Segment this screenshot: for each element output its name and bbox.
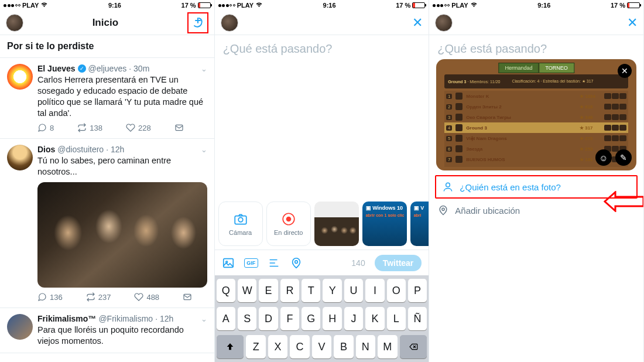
verified-icon: ✓: [78, 64, 86, 73]
share-button[interactable]: [183, 292, 192, 302]
camera-button[interactable]: Cámara: [218, 202, 263, 246]
tweet-author: Dios: [37, 145, 55, 154]
navbar: ✕: [429, 11, 643, 35]
section-header: Por si te lo perdiste: [0, 35, 214, 58]
retweet-button[interactable]: 138: [77, 123, 102, 132]
compose-button[interactable]: [189, 14, 207, 32]
compose-highlight: [187, 12, 208, 33]
avatar[interactable]: [6, 14, 23, 32]
key[interactable]: F: [280, 307, 299, 330]
key[interactable]: Q: [217, 279, 235, 302]
share-button[interactable]: [174, 123, 184, 132]
key[interactable]: Z: [246, 335, 265, 358]
media-thumb[interactable]: [314, 202, 359, 246]
avatar[interactable]: [435, 14, 453, 32]
tweet[interactable]: Dios @diostuitero · 12h ⌄ Tú no lo sabes…: [0, 139, 214, 308]
key-row: QWERTYUIOP: [217, 279, 427, 302]
key[interactable]: Y: [323, 279, 341, 302]
key[interactable]: M: [378, 335, 397, 358]
game-tab: Hermandad: [498, 63, 539, 73]
reply-button[interactable]: 136: [37, 292, 63, 302]
poll-icon[interactable]: [268, 257, 280, 269]
battery-icon: [412, 2, 425, 8]
like-button[interactable]: 488: [134, 292, 159, 302]
media-thumb[interactable]: ▣ Windows 10 abrir con 1 solo clic: [362, 202, 407, 246]
tweet-button[interactable]: Twittear: [375, 255, 422, 271]
location-icon[interactable]: [290, 257, 303, 269]
status-bar: PLAY 9:16 17 %: [0, 0, 214, 11]
key[interactable]: U: [344, 279, 363, 302]
status-bar: PLAY 9:16 17 %: [429, 0, 643, 11]
tweet[interactable]: Frikimalismo™ @Frikimalismo · 12h ⌄ Para…: [0, 308, 214, 353]
chevron-down-icon[interactable]: ⌄: [201, 145, 207, 154]
compose-input[interactable]: ¿Qué está pasando?: [215, 35, 429, 198]
wifi-icon: [40, 1, 48, 9]
attached-image[interactable]: ✕ Hermandad TORNEO Ground 3 · Miembros: …: [436, 59, 636, 170]
sticker-button[interactable]: ☺: [595, 149, 612, 166]
compose-toolbar: GIF 140 Twittear: [215, 250, 429, 275]
tweet[interactable]: El Jueves ✓ @eljueves · 30m ⌄ Carlos Her…: [0, 58, 214, 139]
game-info: Ground 3 · Miembros: 11/20 Clasificación…: [444, 74, 628, 88]
shift-key[interactable]: [217, 335, 244, 358]
key[interactable]: R: [280, 279, 299, 302]
tweet-media[interactable]: [37, 182, 207, 288]
keyboard[interactable]: QWERTYUIOP ASDFGHJKLÑ ZXCVBNM: [215, 275, 429, 362]
key[interactable]: E: [259, 279, 278, 302]
tweet-actions: 136 237 488: [37, 292, 207, 302]
backspace-key[interactable]: [400, 335, 427, 358]
leaderboard-row: 1Monster K★ 1034: [444, 91, 628, 101]
image-icon[interactable]: [222, 257, 235, 269]
key[interactable]: L: [387, 307, 406, 330]
navbar: ✕: [215, 11, 429, 35]
key[interactable]: I: [365, 279, 384, 302]
chevron-down-icon[interactable]: ⌄: [201, 315, 207, 323]
key[interactable]: N: [356, 335, 375, 358]
key-row: ASDFGHJKLÑ: [217, 307, 427, 330]
reply-button[interactable]: 8: [37, 123, 54, 132]
tweet-avatar[interactable]: [7, 314, 33, 340]
chevron-down-icon[interactable]: ⌄: [201, 64, 207, 73]
panel-compose-media: PLAY 9:16 17 % ✕ ¿Qué está pasando? ✕ He…: [429, 0, 644, 362]
feed[interactable]: El Jueves ✓ @eljueves · 30m ⌄ Carlos Her…: [0, 58, 214, 362]
svg-rect-6: [223, 258, 233, 267]
panel-compose: PLAY 9:16 17 % ✕ ¿Qué está pasando? Cáma…: [215, 0, 430, 362]
key[interactable]: S: [238, 307, 256, 330]
key[interactable]: C: [290, 335, 309, 358]
media-thumb[interactable]: ▣ V abri: [410, 202, 430, 246]
compose-input[interactable]: ¿Qué está pasando?: [429, 35, 643, 59]
edit-media-button[interactable]: ✎: [615, 149, 632, 166]
key[interactable]: P: [408, 279, 427, 302]
key[interactable]: V: [312, 335, 331, 358]
key[interactable]: G: [302, 307, 320, 330]
navbar: Inicio: [0, 11, 214, 35]
key[interactable]: B: [334, 335, 353, 358]
like-button[interactable]: 228: [126, 123, 151, 132]
tweet-handle: @diostuitero: [57, 145, 104, 154]
key[interactable]: D: [259, 307, 278, 330]
retweet-button[interactable]: 237: [86, 292, 111, 302]
media-picker: Cámara En directo ▣ Windows 10 abrir con…: [215, 198, 429, 250]
leaderboard-row: 3Око Сварога Тигры★ 348: [444, 112, 628, 122]
key[interactable]: T: [302, 279, 320, 302]
close-button[interactable]: ✕: [627, 15, 638, 30]
key[interactable]: K: [365, 307, 384, 330]
remove-media-button[interactable]: ✕: [618, 64, 632, 78]
wifi-icon: [255, 1, 263, 9]
gif-icon[interactable]: GIF: [244, 258, 258, 268]
key[interactable]: A: [217, 307, 235, 330]
key[interactable]: Ñ: [408, 307, 427, 330]
svg-point-8: [294, 260, 297, 263]
key[interactable]: W: [238, 279, 256, 302]
game-tab: TORNEO: [539, 63, 574, 73]
key[interactable]: O: [387, 279, 406, 302]
live-button[interactable]: En directo: [266, 202, 311, 246]
avatar[interactable]: [221, 14, 238, 32]
key[interactable]: J: [344, 307, 363, 330]
tweet-avatar[interactable]: [7, 145, 33, 170]
close-button[interactable]: ✕: [412, 15, 423, 30]
tweet-time: 30m: [133, 64, 149, 73]
tweet-text: Para que lloréis un poquito recordando v…: [37, 325, 207, 347]
key[interactable]: X: [268, 335, 287, 358]
tweet-avatar[interactable]: [7, 64, 33, 90]
key[interactable]: H: [323, 307, 341, 330]
